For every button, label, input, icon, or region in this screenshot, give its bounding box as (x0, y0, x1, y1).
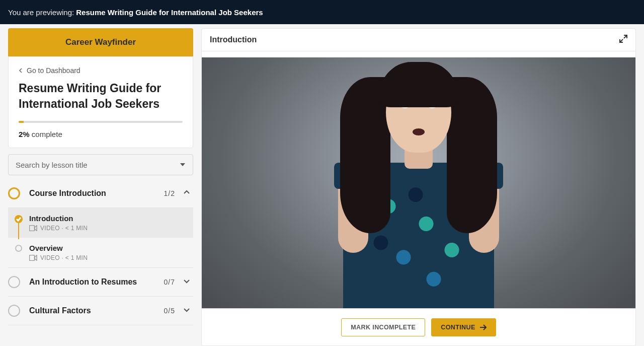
check-complete-icon (15, 215, 23, 223)
section-cultural-factors[interactable]: Cultural Factors 0/5 (8, 297, 193, 325)
video-player[interactable] (202, 57, 635, 308)
content-pane: Introduction (201, 28, 636, 346)
lesson-meta-text: VIDEO · < 1 MIN (40, 225, 88, 232)
video-icon (29, 255, 37, 261)
content-header: Introduction (202, 29, 635, 51)
lesson-meta-text: VIDEO · < 1 MIN (40, 254, 88, 261)
lesson-meta: VIDEO · < 1 MIN (29, 254, 190, 261)
section-label: Course Introduction (29, 189, 164, 198)
progress-fill (19, 121, 24, 123)
action-bar: MARK INCOMPLETE CONTINUE (202, 308, 635, 345)
lesson-list: Introduction VIDEO · < 1 MIN Overview (8, 208, 193, 267)
lesson-overview[interactable]: Overview VIDEO · < 1 MIN (8, 238, 193, 267)
lesson-connector-line (18, 223, 19, 239)
chevron-left-icon (19, 68, 24, 73)
progress-percent: 2% (19, 130, 30, 139)
section-progress-ring-icon (8, 305, 20, 317)
section-progress-ring-icon (8, 276, 20, 288)
expand-icon (619, 35, 627, 43)
sidebar: Career Wayfinder Go to Dashboard Resume … (8, 28, 193, 346)
mark-incomplete-button[interactable]: MARK INCOMPLETE (341, 318, 425, 336)
brand-banner: Career Wayfinder (8, 28, 193, 56)
preview-label: You are previewing: (8, 8, 74, 17)
svg-rect-0 (30, 226, 35, 231)
mark-incomplete-label: MARK INCOMPLETE (351, 324, 416, 331)
continue-button[interactable]: CONTINUE (431, 318, 496, 336)
lesson-meta: VIDEO · < 1 MIN (29, 225, 190, 232)
section-count: 0/7 (164, 278, 175, 286)
lesson-title: Introduction (29, 214, 190, 223)
preview-title: Resume Writing Guide for International J… (76, 8, 263, 17)
chevron-up-icon (183, 189, 190, 198)
lesson-introduction[interactable]: Introduction VIDEO · < 1 MIN (8, 208, 193, 238)
video-presenter-illustration (320, 57, 517, 308)
chevron-down-icon (183, 278, 190, 287)
course-title: Resume Writing Guide for International J… (19, 81, 183, 112)
content-title: Introduction (210, 35, 257, 44)
preview-bar: You are previewing: Resume Writing Guide… (0, 0, 644, 24)
lesson-incomplete-icon (15, 245, 22, 252)
section-count: 1/2 (164, 189, 175, 197)
search-placeholder: Search by lesson title (16, 161, 88, 169)
section-course-introduction[interactable]: Course Introduction 1/2 (8, 179, 193, 208)
go-to-dashboard-link[interactable]: Go to Dashboard (19, 66, 80, 75)
go-to-dashboard-label: Go to Dashboard (27, 66, 80, 75)
progress-complete-word: complete (32, 130, 62, 139)
course-card: Go to Dashboard Resume Writing Guide for… (8, 56, 193, 148)
arrow-right-icon (479, 324, 487, 330)
section-intro-to-resumes[interactable]: An Introduction to Resumes 0/7 (8, 267, 193, 297)
section-list: Course Introduction 1/2 Introduction (8, 179, 193, 325)
video-icon (29, 225, 37, 231)
search-lesson-select[interactable]: Search by lesson title (8, 154, 193, 175)
chevron-down-icon (183, 306, 190, 315)
section-progress-ring-icon (8, 187, 20, 199)
lesson-title: Overview (29, 244, 190, 252)
section-label: An Introduction to Resumes (29, 278, 164, 287)
progress-bar (19, 121, 183, 123)
section-label: Cultural Factors (29, 306, 164, 315)
continue-label: CONTINUE (441, 324, 475, 331)
svg-rect-1 (30, 255, 35, 261)
progress-text: 2% complete (19, 130, 183, 139)
caret-down-icon (180, 162, 186, 168)
section-count: 0/5 (164, 307, 175, 315)
expand-button[interactable] (619, 35, 627, 45)
